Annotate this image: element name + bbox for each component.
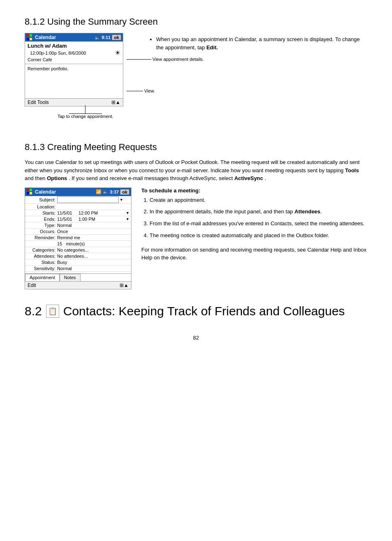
step-3: From the list of e-mail addresses you've…	[150, 220, 367, 228]
step-2: In the appointment details, hide the inp…	[150, 208, 367, 216]
starts-dropdown-icon[interactable]: ▼	[126, 211, 129, 215]
device1-titlebar: Calendar 🔈 9:11 ok	[25, 33, 123, 42]
form-row-sensitivity: Sensitivity: Normal	[25, 266, 131, 272]
schedule-heading: To schedule a meeting:	[141, 187, 367, 194]
meeting-instructions: To schedule a meeting: Create an appoint…	[141, 187, 367, 267]
section-82-heading: 8.2 📋 Contacts: Keeping Track of Friends…	[25, 304, 367, 318]
device2-status-icons: 📶 🔈 3:37 ok	[96, 189, 129, 195]
device1-notes: Remember portfolio.	[25, 65, 123, 98]
signal-icon: 📶	[96, 189, 101, 194]
device2-frame: Calendar 📶 🔈 3:37 ok Subject: ▼	[25, 187, 131, 289]
steps-list: Create an appointment. In the appointmen…	[141, 196, 367, 240]
windows-logo-icon	[27, 34, 33, 41]
section-813: 8.1.3 Creating Meeting Requests You can …	[25, 142, 367, 289]
windows-logo-2-icon	[27, 189, 33, 195]
device2-ok-button[interactable]: ok	[120, 189, 129, 195]
subject-dropdown-icon[interactable]: ▼	[120, 198, 123, 202]
device2-tabs: Appointment Notes	[25, 273, 131, 281]
section-82-number: 8.2	[25, 304, 42, 318]
device2-app-name: Calendar	[35, 189, 56, 195]
device1-appointment-title: Lunch w/ Adam	[25, 42, 123, 49]
device1-divider1	[25, 64, 123, 64]
form-row-status: Status: Busy	[25, 259, 131, 266]
more-info-text: For more information on sending and rece…	[141, 246, 367, 262]
section-812-body: Calendar 🔈 9:11 ok Lunch w/ Adam 12:00p-…	[25, 33, 367, 106]
section-813-intro: You can use Calendar to set up meetings …	[25, 158, 367, 183]
device1-datetime: 12:00p-1:00p Sun, 8/6/2000	[28, 50, 88, 56]
form-row-occurs: Occurs: Once	[25, 229, 131, 235]
device2-footer-left: Edit	[28, 282, 36, 288]
tab-appointment[interactable]: Appointment	[25, 274, 60, 281]
tab-notes[interactable]: Notes	[60, 274, 81, 281]
form-row-attendees: Attendees: No attendees...	[25, 253, 131, 259]
form-row-minutes: 15 minute(s)	[25, 241, 131, 247]
contacts-icon-image: 📋	[48, 307, 57, 316]
speaker-icon: 🔈	[95, 35, 100, 40]
device1-time: 9:11	[101, 35, 111, 40]
section-812-description: When you tap an appointment in Calendar,…	[136, 33, 367, 51]
page-number: 82	[25, 335, 367, 349]
form-row-ends: Ends: 11/5/01 1:00 PM ▼	[25, 216, 131, 222]
speaker2-icon: 🔈	[103, 189, 108, 194]
section-813-body: Calendar 📶 🔈 3:37 ok Subject: ▼	[25, 187, 367, 289]
annotation-details: View appointment details.	[127, 57, 204, 62]
section-82-title: Contacts: Keeping Track of Friends and C…	[63, 304, 345, 318]
device1-status-icons: 🔈 9:11 ok	[95, 35, 121, 40]
step-4: The meeting notice is created automatica…	[150, 231, 367, 240]
device2-time: 3:37	[110, 190, 119, 194]
contacts-icon: 📋	[46, 305, 59, 318]
device2-form: Subject: ▼ Location: Starts: 11/5/01 12:…	[25, 196, 131, 272]
device1-footer-left: Edit Tools	[28, 99, 49, 105]
keyboard-icon: ⊞▲	[111, 99, 120, 105]
device1-container: Calendar 🔈 9:11 ok Lunch w/ Adam 12:00p-…	[25, 33, 123, 106]
annotation-view: View.	[127, 88, 155, 93]
section-813-heading: 8.1.3 Creating Meeting Requests	[25, 142, 367, 153]
annotation-tap: Tap to change appointment.	[58, 105, 113, 119]
form-row-type: Type: Normal	[25, 222, 131, 229]
device2-titlebar: Calendar 📶 🔈 3:37 ok	[25, 188, 131, 196]
form-row-starts: Starts: 11/5/01 12:00 PM ▼	[25, 210, 131, 216]
section-82: 8.2 📋 Contacts: Keeping Track of Friends…	[25, 304, 367, 318]
form-row-reminder: Reminder: Remind me	[25, 235, 131, 241]
subject-input[interactable]	[57, 197, 119, 203]
device1-frame: Calendar 🔈 9:11 ok Lunch w/ Adam 12:00p-…	[25, 33, 123, 106]
form-row-categories: Categories: No categories...	[25, 247, 131, 253]
section-812-heading: 8.1.2 Using the Summary Screen	[25, 16, 367, 27]
device2-title-left: Calendar	[27, 189, 56, 195]
device1-title-left: Calendar	[27, 34, 56, 41]
ends-dropdown-icon[interactable]: ▼	[126, 217, 129, 221]
section-812: 8.1.2 Using the Summary Screen Calendar …	[25, 16, 367, 106]
step-1: Create an appointment.	[150, 196, 367, 205]
keyboard2-icon: ⊞▲	[120, 282, 129, 288]
device1-app-name: Calendar	[35, 35, 56, 40]
device2-footer: Edit ⊞▲	[25, 281, 131, 289]
form-row-subject: Subject: ▼	[25, 196, 131, 204]
form-row-location: Location:	[25, 204, 131, 210]
sun-icon: ☀	[115, 49, 120, 57]
device1-location: Corner Cafe	[25, 57, 123, 62]
device1-ok-button[interactable]: ok	[112, 35, 121, 40]
